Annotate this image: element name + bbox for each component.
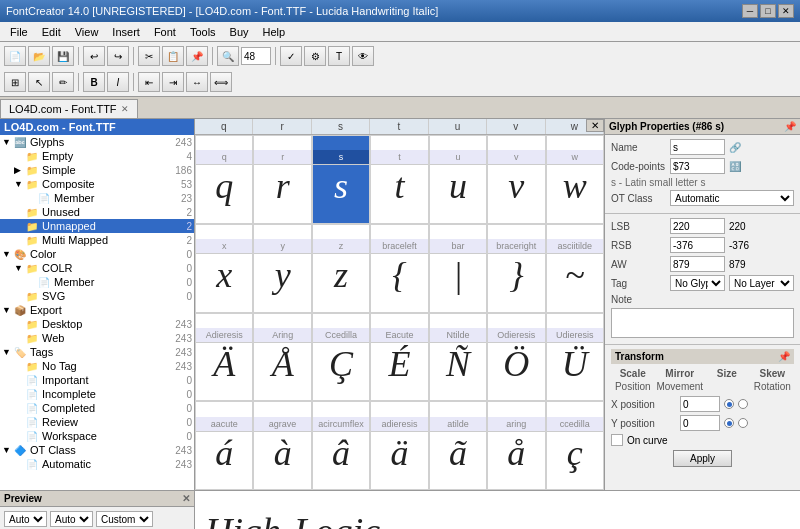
glyph-cell-Udieresis[interactable]: UdieresisÜ — [546, 313, 604, 402]
tree-item-unmapped[interactable]: 📁 Unmapped 2 — [0, 219, 194, 233]
glyph-cell-v[interactable]: vv — [487, 135, 545, 224]
open-button[interactable]: 📂 — [28, 46, 50, 66]
align-left-button[interactable]: ⇤ — [138, 72, 160, 92]
tree-item-colr[interactable]: ▼ 📁 COLR 0 — [0, 261, 194, 275]
glyph-cell-adieresis[interactable]: adieresisä — [370, 401, 428, 490]
glyph-cell-s[interactable]: ss — [312, 135, 370, 224]
bold-button[interactable]: B — [83, 72, 105, 92]
tree-item-ot-class[interactable]: ▼ 🔷 OT Class 243 — [0, 443, 194, 457]
tree-item-member[interactable]: 📄 Member 23 — [0, 191, 194, 205]
paste-button[interactable]: 📌 — [186, 46, 208, 66]
grid-button[interactable]: ⊞ — [4, 72, 26, 92]
glyph-cell-u[interactable]: uu — [429, 135, 487, 224]
x-position-input[interactable] — [680, 396, 720, 412]
glyph-cell-w[interactable]: ww — [546, 135, 604, 224]
menu-item-buy[interactable]: Buy — [224, 25, 255, 39]
glyph-cell-y[interactable]: yy — [253, 224, 311, 313]
minimize-button[interactable]: ─ — [742, 4, 758, 18]
tree-item-color[interactable]: ▼ 🎨 Color 0 — [0, 247, 194, 261]
tag-layer-select[interactable]: No Layer — [729, 275, 794, 291]
menu-item-insert[interactable]: Insert — [106, 25, 146, 39]
glyph-cell-Ntilde[interactable]: NtildeÑ — [429, 313, 487, 402]
center-panel-close[interactable]: ✕ — [586, 119, 604, 132]
y-radio-2[interactable] — [738, 418, 748, 428]
name-input[interactable] — [670, 139, 725, 155]
rsb-input[interactable] — [670, 237, 725, 253]
italic-button[interactable]: I — [107, 72, 129, 92]
y-radio-1[interactable] — [724, 418, 734, 428]
align-center-button[interactable]: ↔ — [186, 72, 208, 92]
menu-item-file[interactable]: File — [4, 25, 34, 39]
apply-button[interactable]: Apply — [673, 450, 732, 467]
tree-item-incomplete[interactable]: 📄 Incomplete 0 — [0, 387, 194, 401]
tree-item-desktop[interactable]: 📁 Desktop 243 — [0, 317, 194, 331]
validate-button[interactable]: ✓ — [280, 46, 302, 66]
glyph-cell-Eacute[interactable]: EacuteÉ — [370, 313, 428, 402]
tree-item-completed[interactable]: 📄 Completed 0 — [0, 401, 194, 415]
maximize-button[interactable]: □ — [760, 4, 776, 18]
tree-item-important[interactable]: 📄 Important 0 — [0, 373, 194, 387]
tree-item-multi-mapped[interactable]: 📁 Multi Mapped 2 — [0, 233, 194, 247]
preview-button[interactable]: 👁 — [352, 46, 374, 66]
menu-item-font[interactable]: Font — [148, 25, 182, 39]
glyph-cell-braceleft[interactable]: braceleft{ — [370, 224, 428, 313]
ot-class-select[interactable]: Automatic — [670, 190, 794, 206]
glyph-cell-Odieresis[interactable]: OdieresisÖ — [487, 313, 545, 402]
lsb-input[interactable] — [670, 218, 725, 234]
glyph-cell-Ccedilla[interactable]: CcedillaÇ — [312, 313, 370, 402]
tree-item-no-tag[interactable]: 📁 No Tag 243 — [0, 359, 194, 373]
new-button[interactable]: 📄 — [4, 46, 26, 66]
tree-item-workspace[interactable]: 📄 Workspace 0 — [0, 429, 194, 443]
main-tab[interactable]: LO4D.com - Font.TTF ✕ — [0, 99, 138, 118]
cut-button[interactable]: ✂ — [138, 46, 160, 66]
preview-custom-select[interactable]: Custom — [96, 511, 153, 527]
zoom-in-button[interactable]: 🔍 — [217, 46, 239, 66]
glyph-cell-agrave[interactable]: agraveà — [253, 401, 311, 490]
glyph-cell-Aring[interactable]: AringÅ — [253, 313, 311, 402]
glyph-cell-ccedilla[interactable]: ccedillaç — [546, 401, 604, 490]
save-button[interactable]: 💾 — [52, 46, 74, 66]
tree-item-unused[interactable]: 📁 Unused 2 — [0, 205, 194, 219]
glyph-cell-r[interactable]: rr — [253, 135, 311, 224]
glyph-cell-q[interactable]: qq — [195, 135, 253, 224]
zoom-input[interactable] — [241, 47, 271, 65]
preview-auto-select[interactable]: Auto — [4, 511, 47, 527]
menu-item-help[interactable]: Help — [257, 25, 292, 39]
codepoints-input[interactable] — [670, 158, 725, 174]
tab-close-button[interactable]: ✕ — [121, 104, 129, 114]
on-curve-checkbox[interactable] — [611, 434, 623, 446]
menu-item-view[interactable]: View — [69, 25, 105, 39]
tree-item-member[interactable]: 📄 Member 0 — [0, 275, 194, 289]
glyph-cell-acircumflex[interactable]: acircumflexâ — [312, 401, 370, 490]
glyph-cell-braceright[interactable]: braceright} — [487, 224, 545, 313]
x-radio-1[interactable] — [724, 399, 734, 409]
generate-button[interactable]: ⚙ — [304, 46, 326, 66]
glyph-cell-atilde[interactable]: atildeã — [429, 401, 487, 490]
tree-item-review[interactable]: 📄 Review 0 — [0, 415, 194, 429]
tag-glyph-select[interactable]: No Glyph — [670, 275, 725, 291]
pin-button[interactable]: 📌 — [784, 121, 796, 132]
glyph-cell-aacute[interactable]: aacuteá — [195, 401, 253, 490]
select-button[interactable]: ↖ — [28, 72, 50, 92]
tree-item-tags[interactable]: ▼ 🏷️ Tags 243 — [0, 345, 194, 359]
tree-item-svg[interactable]: 📁 SVG 0 — [0, 289, 194, 303]
tree-item-automatic[interactable]: 📄 Automatic 243 — [0, 457, 194, 471]
tree-item-glyphs[interactable]: ▼ 🔤 Glyphs 243 — [0, 135, 194, 149]
glyph-cell-aring[interactable]: aringå — [487, 401, 545, 490]
tree-item-export[interactable]: ▼ 📦 Export — [0, 303, 194, 317]
test-button[interactable]: T — [328, 46, 350, 66]
aw-input[interactable] — [670, 256, 725, 272]
glyph-cell-asciitilde[interactable]: asciitilde~ — [546, 224, 604, 313]
tree-item-web[interactable]: 📁 Web 243 — [0, 331, 194, 345]
flip-h-button[interactable]: ⟺ — [210, 72, 232, 92]
menu-item-edit[interactable]: Edit — [36, 25, 67, 39]
note-textarea[interactable] — [611, 308, 794, 338]
x-radio-2[interactable] — [738, 399, 748, 409]
align-right-button[interactable]: ⇥ — [162, 72, 184, 92]
transform-pin[interactable]: 📌 — [778, 351, 790, 362]
pen-button[interactable]: ✏ — [52, 72, 74, 92]
glyph-cell-x[interactable]: xx — [195, 224, 253, 313]
tree-item-composite[interactable]: ▼ 📁 Composite 53 — [0, 177, 194, 191]
copy-button[interactable]: 📋 — [162, 46, 184, 66]
tree-item-empty[interactable]: 📁 Empty 4 — [0, 149, 194, 163]
